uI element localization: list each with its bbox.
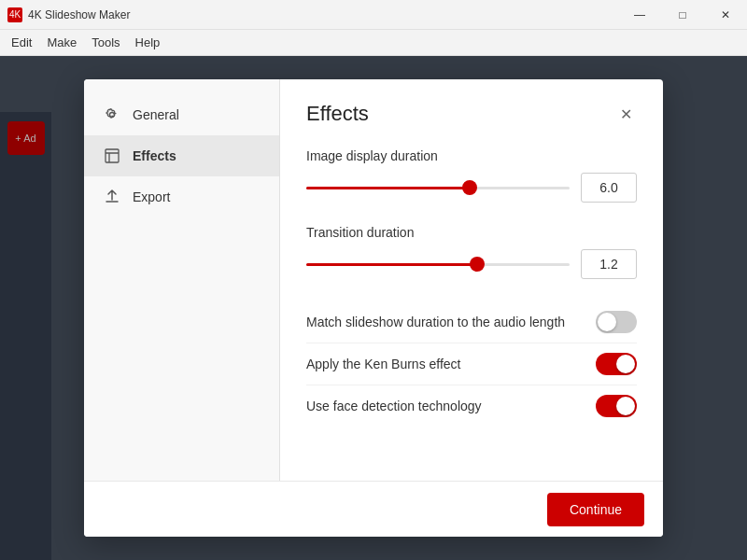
facedetect-toggle[interactable] — [596, 395, 637, 417]
transition-duration-row — [306, 249, 637, 279]
modal-footer: Continue — [84, 481, 663, 537]
transition-duration-fill — [306, 263, 477, 266]
image-duration-track — [306, 187, 570, 189]
export-icon — [103, 188, 121, 206]
continue-button[interactable]: Continue — [547, 493, 644, 526]
nav-item-effects[interactable]: Effects — [84, 135, 279, 176]
export-label: Export — [133, 189, 170, 204]
image-duration-setting: Image display duration — [306, 148, 637, 203]
content-header: Effects ✕ — [306, 102, 637, 126]
title-bar: 4K 4K Slideshow Maker — □ ✕ — [0, 0, 747, 30]
toggle-row-kenburns: Apply the Ken Burns effect — [306, 343, 637, 385]
general-icon — [103, 105, 121, 124]
image-duration-label: Image display duration — [306, 148, 637, 163]
window-close-button[interactable]: ✕ — [704, 0, 747, 30]
effects-icon — [103, 147, 121, 165]
audio-toggle-knob — [598, 313, 616, 331]
settings-modal: General Effects — [84, 79, 663, 537]
general-label: General — [133, 107, 179, 122]
transition-duration-track — [306, 263, 570, 266]
menu-bar: Edit Make Tools Help — [0, 30, 747, 56]
transition-duration-thumb[interactable] — [470, 257, 485, 272]
modal-body: General Effects — [84, 79, 663, 481]
image-duration-row — [306, 173, 637, 203]
menu-help[interactable]: Help — [128, 32, 168, 53]
nav-item-general[interactable]: General — [84, 94, 279, 135]
menu-edit[interactable]: Edit — [4, 32, 39, 53]
window-controls: — □ ✕ — [618, 0, 747, 30]
modal-close-button[interactable]: ✕ — [614, 103, 637, 125]
nav-item-export[interactable]: Export — [84, 176, 279, 217]
modal-overlay: General Effects — [0, 56, 747, 560]
app-title: 4K Slideshow Maker — [28, 8, 130, 21]
minimize-button[interactable]: — — [618, 0, 661, 30]
kenburns-toggle-label: Apply the Ken Burns effect — [306, 357, 461, 371]
panel-title: Effects — [306, 102, 369, 126]
svg-rect-0 — [106, 149, 119, 162]
image-duration-fill — [306, 187, 470, 189]
image-duration-value[interactable] — [581, 173, 637, 203]
toggle-row-audio: Match slideshow duration to the audio le… — [306, 301, 637, 343]
transition-duration-setting: Transition duration — [306, 225, 637, 279]
app-icon: 4K — [7, 7, 22, 22]
image-duration-thumb[interactable] — [462, 180, 477, 195]
audio-toggle[interactable] — [596, 311, 637, 333]
facedetect-toggle-knob — [616, 397, 635, 415]
transition-duration-value[interactable] — [581, 249, 637, 279]
settings-nav: General Effects — [84, 79, 280, 481]
image-duration-slider-container[interactable] — [306, 178, 570, 197]
effects-label: Effects — [133, 148, 176, 163]
menu-tools[interactable]: Tools — [84, 32, 127, 53]
kenburns-toggle[interactable] — [596, 353, 637, 375]
audio-toggle-label: Match slideshow duration to the audio le… — [306, 315, 565, 329]
kenburns-toggle-knob — [616, 355, 635, 373]
toggle-row-facedetect: Use face detection technology — [306, 385, 637, 427]
facedetect-toggle-label: Use face detection technology — [306, 399, 482, 413]
transition-duration-label: Transition duration — [306, 225, 637, 240]
menu-make[interactable]: Make — [39, 32, 84, 53]
transition-duration-slider-container[interactable] — [306, 255, 570, 273]
maximize-button[interactable]: □ — [661, 0, 704, 30]
content-panel: Effects ✕ Image display duration — [280, 79, 663, 481]
